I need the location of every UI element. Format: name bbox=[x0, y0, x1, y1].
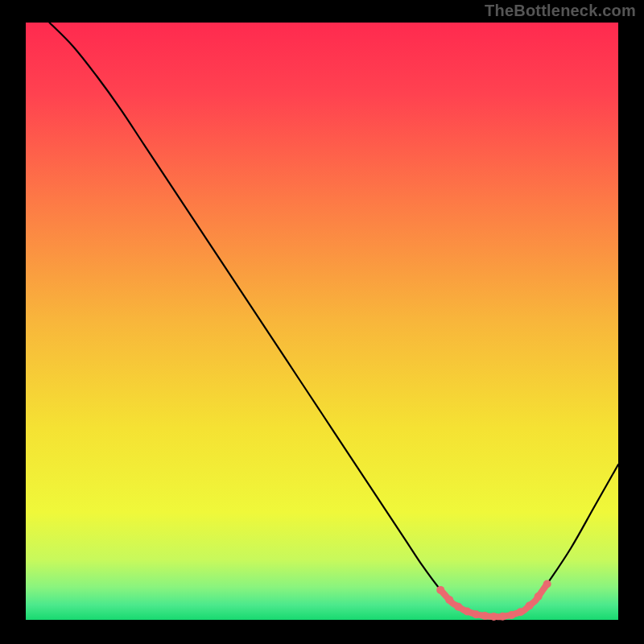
sweet-spot-marker bbox=[508, 611, 516, 619]
sweet-spot-marker bbox=[517, 608, 525, 616]
sweet-spot-marker bbox=[526, 602, 534, 610]
plot-area-gradient bbox=[26, 23, 618, 620]
sweet-spot-marker bbox=[445, 596, 453, 604]
sweet-spot-marker bbox=[535, 592, 543, 601]
sweet-spot-marker bbox=[543, 580, 551, 588]
watermark-text: TheBottleneck.com bbox=[485, 2, 636, 20]
sweet-spot-marker bbox=[481, 612, 489, 620]
sweet-spot-marker bbox=[489, 613, 497, 621]
sweet-spot-marker bbox=[436, 586, 444, 594]
bottleneck-chart bbox=[0, 0, 644, 644]
sweet-spot-marker bbox=[472, 610, 480, 618]
sweet-spot-marker bbox=[463, 607, 471, 615]
sweet-spot-marker bbox=[454, 603, 462, 611]
sweet-spot-marker bbox=[498, 613, 506, 621]
